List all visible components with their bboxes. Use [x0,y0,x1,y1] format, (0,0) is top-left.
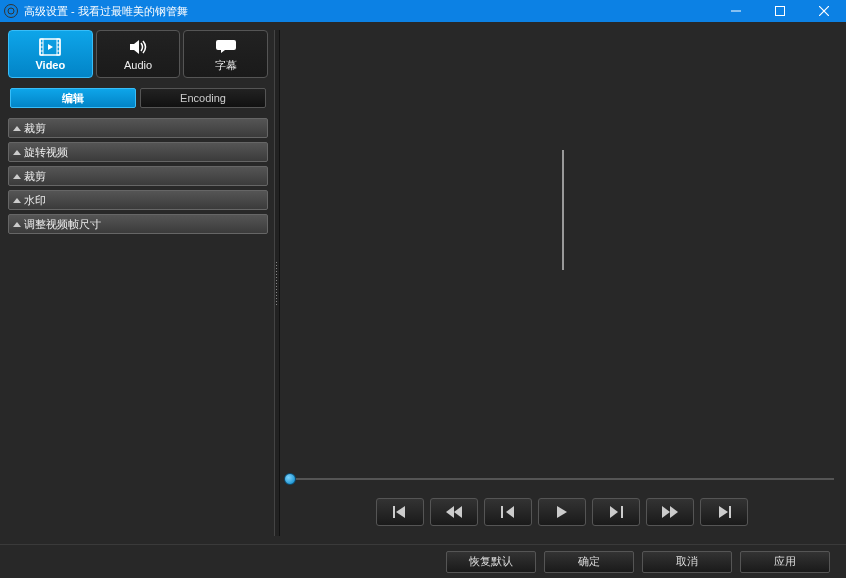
svg-rect-24 [621,506,623,518]
svg-marker-23 [610,506,618,518]
apply-button[interactable]: 应用 [740,551,830,573]
svg-marker-21 [506,506,514,518]
category-tabs: Video Audio [8,30,268,78]
svg-marker-19 [454,506,462,518]
svg-marker-15 [130,40,139,54]
ok-button[interactable]: 确定 [544,551,634,573]
panel-splitter[interactable] [274,30,280,536]
accordion-rotate[interactable]: 旋转视频 [8,142,268,162]
svg-rect-16 [393,506,395,518]
svg-rect-28 [729,506,731,518]
svg-marker-25 [662,506,670,518]
maximize-button[interactable] [758,0,802,22]
player-controls [286,492,838,536]
goto-end-button[interactable] [700,498,748,526]
svg-marker-18 [446,506,454,518]
accordion-watermark[interactable]: 水印 [8,190,268,210]
tab-subtitle-label: 字幕 [215,58,237,73]
audio-icon [127,37,149,57]
next-frame-button[interactable] [592,498,640,526]
chevron-up-icon [13,126,21,131]
titlebar: 高级设置 - 我看过最唯美的钢管舞 [0,0,846,22]
svg-marker-27 [719,506,728,518]
accordion-resize[interactable]: 调整视频帧尺寸 [8,214,268,234]
subtab-encoding[interactable]: Encoding [140,88,266,108]
accordion-label: 水印 [24,193,46,208]
svg-rect-2 [776,7,785,16]
play-button[interactable] [538,498,586,526]
goto-start-button[interactable] [376,498,424,526]
rewind-button[interactable] [430,498,478,526]
left-panel: Video Audio [8,30,268,536]
preview-placeholder [562,150,564,270]
svg-rect-20 [501,506,503,518]
accordion-label: 裁剪 [24,121,46,136]
tab-subtitle[interactable]: 字幕 [183,30,268,78]
tab-video[interactable]: Video [8,30,93,78]
video-icon [39,37,61,57]
window-title: 高级设置 - 我看过最唯美的钢管舞 [24,4,714,19]
chevron-up-icon [13,174,21,179]
svg-marker-22 [557,506,567,518]
svg-marker-26 [670,506,678,518]
chevron-up-icon [13,222,21,227]
prev-frame-button[interactable] [484,498,532,526]
timeline-thumb[interactable] [284,473,296,485]
accordion: 裁剪 旋转视频 裁剪 水印 调整视频帧尺寸 [8,118,268,234]
accordion-label: 裁剪 [24,169,46,184]
chevron-up-icon [13,198,21,203]
sub-tabs: 编辑 Encoding [8,88,268,108]
accordion-crop2[interactable]: 裁剪 [8,166,268,186]
window-controls [714,0,846,22]
chevron-up-icon [13,150,21,155]
restore-defaults-button[interactable]: 恢复默认 [446,551,536,573]
svg-point-0 [8,8,14,14]
minimize-button[interactable] [714,0,758,22]
tab-audio[interactable]: Audio [96,30,181,78]
subtab-edit[interactable]: 编辑 [10,88,136,108]
accordion-crop[interactable]: 裁剪 [8,118,268,138]
tab-audio-label: Audio [124,59,152,71]
subtitle-icon [215,36,237,56]
right-panel [286,30,838,536]
fast-forward-button[interactable] [646,498,694,526]
cancel-button[interactable]: 取消 [642,551,732,573]
video-preview [286,30,838,466]
tab-video-label: Video [35,59,65,71]
bottom-bar: 恢复默认 确定 取消 应用 [0,544,846,578]
app-icon [4,4,18,18]
accordion-label: 调整视频帧尺寸 [24,217,101,232]
svg-marker-17 [396,506,405,518]
close-button[interactable] [802,0,846,22]
timeline-track[interactable] [290,478,834,480]
timeline[interactable] [286,466,838,492]
accordion-label: 旋转视频 [24,145,68,160]
grip-icon [275,261,279,305]
svg-marker-14 [48,44,53,50]
